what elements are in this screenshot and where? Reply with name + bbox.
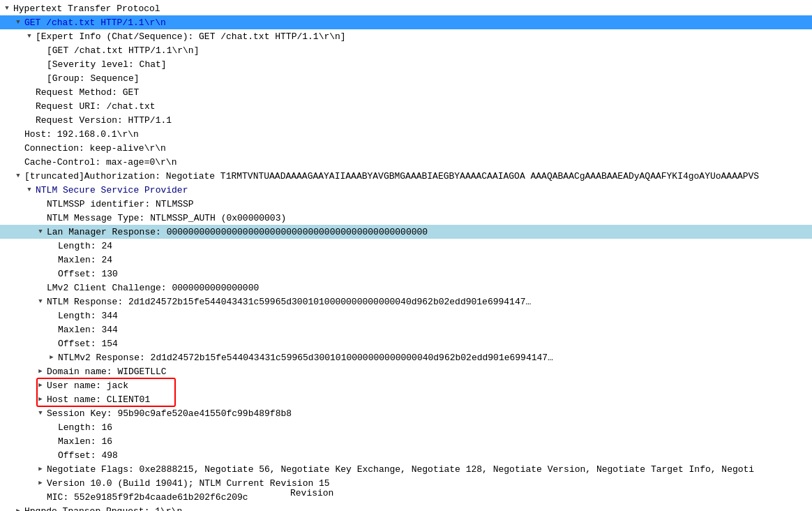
- tree-line[interactable]: Length: 344: [0, 309, 812, 323]
- toggle-icon[interactable]: ▼: [36, 297, 45, 306]
- toggle-icon[interactable]: ▼: [14, 172, 22, 180]
- toggle-icon[interactable]: ▼: [36, 228, 45, 236]
- toggle-icon[interactable]: ▼: [14, 18, 22, 27]
- tree-line[interactable]: ▶Version 10.0 (Build 19041); NTLM Curren…: [0, 476, 812, 490]
- tree-line[interactable]: [Severity level: Chat]: [0, 57, 812, 71]
- line-text: LMv2 Client Challenge: 0000000000000000: [47, 283, 259, 293]
- tree-line[interactable]: LMv2 Client Challenge: 0000000000000000: [0, 281, 812, 295]
- line-text: NTLM Message Type: NTLMSSP_AUTH (0x00000…: [47, 213, 286, 223]
- line-text: Cache-Control: max-age=0\r\n: [24, 157, 176, 168]
- toggle-icon[interactable]: ▶: [36, 479, 45, 487]
- tree-container[interactable]: ▼Hypertext Transfer Protocol▼GET /chat.t…: [0, 0, 812, 511]
- tree-line[interactable]: ▼[truncated]Authorization: Negotiate T1R…: [0, 169, 812, 183]
- tree-line[interactable]: Length: 24: [0, 239, 812, 253]
- tree-line[interactable]: ▶Hpgpde Tpansep Ppguest: 1\r\n: [0, 504, 812, 511]
- tree-line[interactable]: MIC: 552e9185f9f2b4caade61b202f6c209c: [0, 490, 812, 504]
- toggle-icon[interactable]: ▶: [36, 465, 45, 473]
- line-text: Negotiate Flags: 0xe2888215, Negotiate 5…: [47, 464, 754, 475]
- line-text: Maxlen: 24: [58, 255, 112, 265]
- toggle-icon[interactable]: ▶: [36, 381, 45, 390]
- tree-line[interactable]: ▼NTLM Response: 2d1d24572b15fe544043431c…: [0, 295, 812, 309]
- tree-line[interactable]: Offset: 130: [0, 267, 812, 281]
- line-text: NTLMSSP identifier: NTLMSSP: [47, 199, 194, 209]
- line-text: [Group: Sequence]: [47, 73, 140, 84]
- tree-line[interactable]: ▶Negotiate Flags: 0xe2888215, Negotiate …: [0, 462, 812, 476]
- tree-line[interactable]: ▼GET /chat.txt HTTP/1.1\r\n: [0, 15, 812, 29]
- line-text: [GET /chat.txt HTTP/1.1\r\n]: [47, 45, 199, 56]
- tree-line[interactable]: ▼Session Key: 95b90c9afe520ae41550fc99b4…: [0, 406, 812, 420]
- line-text: NTLMv2 Response: 2d1d24572b15fe544043431…: [58, 353, 553, 363]
- line-text: User name: jack: [47, 380, 128, 391]
- line-text: GET /chat.txt HTTP/1.1\r\n: [24, 17, 166, 28]
- toggle-icon[interactable]: ▶: [36, 367, 45, 376]
- line-text: MIC: 552e9185f9f2b4caade61b202f6c209c: [47, 492, 248, 503]
- tree-line[interactable]: Length: 16: [0, 420, 812, 434]
- tree-line[interactable]: Cache-Control: max-age=0\r\n: [0, 155, 812, 169]
- line-text: [truncated]Authorization: Negotiate T1RM…: [24, 171, 759, 182]
- toggle-icon[interactable]: ▼: [25, 32, 33, 40]
- line-text: Offset: 130: [58, 269, 118, 279]
- toggle-icon[interactable]: ▶: [47, 353, 56, 362]
- toggle-icon[interactable]: ▶: [14, 507, 22, 511]
- line-text: Lan Manager Response: 000000000000000000…: [47, 227, 428, 237]
- line-text: Maxlen: 16: [58, 436, 112, 447]
- tree-line[interactable]: [Group: Sequence]: [0, 71, 812, 85]
- tree-line[interactable]: Offset: 498: [0, 448, 812, 462]
- tree-line[interactable]: NTLM Message Type: NTLMSSP_AUTH (0x00000…: [0, 211, 812, 225]
- revision-label: Revision: [290, 488, 333, 498]
- tree-line[interactable]: Maxlen: 16: [0, 434, 812, 448]
- protocol-tree: ▼Hypertext Transfer Protocol▼GET /chat.t…: [0, 0, 812, 511]
- line-text: Request Version: HTTP/1.1: [36, 115, 172, 126]
- line-text: Offset: 498: [58, 450, 118, 461]
- tree-line[interactable]: Maxlen: 344: [0, 323, 812, 336]
- tree-line[interactable]: ▼Lan Manager Response: 00000000000000000…: [0, 225, 812, 239]
- line-text: Request Method: GET: [36, 87, 139, 98]
- tree-line[interactable]: ▼Hypertext Transfer Protocol: [0, 1, 812, 15]
- line-text: Host: 192.168.0.1\r\n: [24, 129, 139, 140]
- line-text: Session Key: 95b90c9afe520ae41550fc99b48…: [47, 408, 292, 419]
- tree-line[interactable]: [GET /chat.txt HTTP/1.1\r\n]: [0, 43, 812, 57]
- line-text: Length: 344: [58, 311, 118, 321]
- line-text: NTLM Response: 2d1d24572b15fe544043431c5…: [47, 297, 531, 307]
- line-text: Host name: CLIENT01: [47, 394, 150, 405]
- tree-line[interactable]: Offset: 154: [0, 336, 812, 350]
- line-text: NTLM Secure Service Provider: [36, 185, 188, 195]
- tree-line[interactable]: ▶Domain name: WIDGETLLC: [0, 364, 812, 378]
- line-text: Offset: 154: [58, 339, 118, 349]
- line-text: Connection: keep-alive\r\n: [24, 143, 166, 154]
- toggle-icon[interactable]: ▶: [36, 395, 45, 403]
- line-text: Hypertext Transfer Protocol: [13, 3, 160, 14]
- line-text: Domain name: WIDGETLLC: [47, 366, 167, 377]
- line-text: Version 10.0 (Build 19041); NTLM Current…: [47, 478, 330, 489]
- tree-line[interactable]: ▶Host name: CLIENT01: [0, 392, 812, 406]
- line-text: Request URI: /chat.txt: [36, 101, 156, 112]
- tree-line[interactable]: Maxlen: 24: [0, 253, 812, 267]
- toggle-icon[interactable]: ▼: [36, 409, 45, 417]
- toggle-icon[interactable]: ▼: [25, 186, 33, 194]
- line-text: [Severity level: Chat]: [47, 59, 167, 70]
- tree-line[interactable]: ▶User name: jack: [0, 378, 812, 392]
- line-text: Length: 16: [58, 422, 112, 433]
- toggle-icon[interactable]: ▼: [3, 4, 11, 13]
- line-text: Length: 24: [58, 241, 112, 251]
- line-text: Hpgpde Tpansep Ppguest: 1\r\n: [24, 506, 182, 512]
- tree-line[interactable]: Request Version: HTTP/1.1: [0, 113, 812, 127]
- tree-line[interactable]: Connection: keep-alive\r\n: [0, 141, 812, 155]
- tree-line[interactable]: NTLMSSP identifier: NTLMSSP: [0, 197, 812, 211]
- tree-line[interactable]: Request URI: /chat.txt: [0, 99, 812, 113]
- line-text: [Expert Info (Chat/Sequence): GET /chat.…: [36, 31, 346, 42]
- tree-line[interactable]: ▶NTLMv2 Response: 2d1d24572b15fe54404343…: [0, 350, 812, 364]
- tree-line[interactable]: Host: 192.168.0.1\r\n: [0, 127, 812, 141]
- tree-line[interactable]: Request Method: GET: [0, 85, 812, 99]
- tree-line[interactable]: ▼NTLM Secure Service Provider: [0, 183, 812, 197]
- line-text: Maxlen: 344: [58, 325, 118, 335]
- tree-line[interactable]: ▼[Expert Info (Chat/Sequence): GET /chat…: [0, 29, 812, 43]
